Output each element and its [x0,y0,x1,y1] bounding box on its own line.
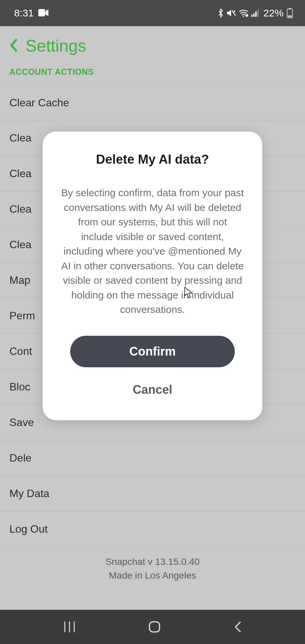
android-nav-bar [0,610,305,644]
dialog-title: Delete My AI data? [61,152,244,167]
back-button[interactable] [233,620,242,634]
modal-overlay: Delete My AI data? By selecting confirm,… [0,0,305,644]
svg-rect-17 [149,622,160,632]
confirm-button[interactable]: Confirm [70,336,235,367]
delete-ai-data-dialog: Delete My AI data? By selecting confirm,… [43,131,262,420]
home-button[interactable] [148,620,161,634]
cancel-button[interactable]: Cancel [119,379,186,400]
recent-apps-button[interactable] [63,621,76,633]
dialog-body: By selecting confirm, data from your pas… [61,185,244,317]
